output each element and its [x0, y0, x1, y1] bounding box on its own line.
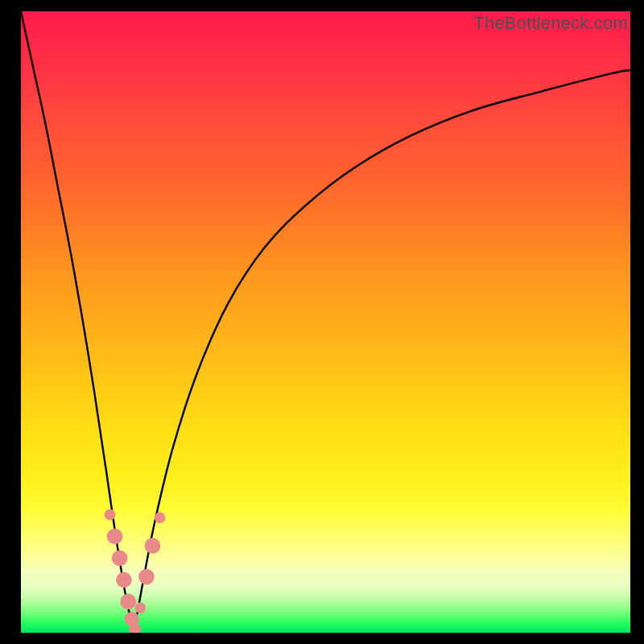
data-marker [138, 569, 155, 585]
watermark-text: TheBottleneck.com [473, 13, 628, 34]
chart-svg [21, 11, 630, 633]
data-marker [105, 510, 116, 521]
data-marker [120, 594, 136, 610]
data-marker [116, 572, 132, 588]
data-marker [155, 512, 166, 523]
curve-right-branch [134, 70, 630, 633]
chart-stage: TheBottleneck.com [0, 0, 644, 644]
data-marker [145, 538, 161, 554]
data-marker [112, 551, 128, 567]
data-marker [135, 602, 147, 613]
plot-area [21, 11, 630, 633]
data-marker [107, 529, 123, 545]
marker-group [105, 510, 166, 633]
